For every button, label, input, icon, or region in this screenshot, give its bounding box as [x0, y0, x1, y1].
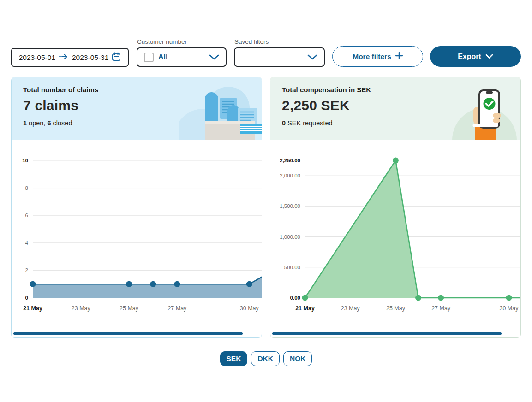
- saved-filters-label: Saved filters: [234, 38, 269, 45]
- svg-text:1,500.00: 1,500.00: [280, 203, 300, 209]
- svg-text:25 May: 25 May: [386, 305, 406, 312]
- svg-text:2: 2: [25, 267, 28, 273]
- svg-text:21 May: 21 May: [23, 305, 42, 312]
- chevron-down-icon: [307, 54, 317, 60]
- chevron-down-icon: [209, 54, 219, 60]
- svg-text:2,250.00: 2,250.00: [280, 158, 300, 163]
- customer-number-label: Customer number: [137, 38, 187, 45]
- svg-text:8: 8: [25, 185, 28, 191]
- export-label: Export: [458, 53, 481, 61]
- svg-text:1,000.00: 1,000.00: [280, 234, 300, 240]
- documents-illustration: [179, 77, 262, 140]
- currency-button-dkk[interactable]: DKK: [251, 351, 280, 366]
- compensation-headline: 2,250 SEK: [282, 98, 371, 113]
- horizontal-scrollbar[interactable]: [272, 332, 502, 335]
- compensation-subtitle: 0 SEK requested: [282, 119, 371, 127]
- svg-text:2,000.00: 2,000.00: [280, 173, 300, 178]
- claims-card-header: Total number of claims 7 claims 1 open, …: [12, 77, 262, 140]
- claims-card-title: Total number of claims: [23, 86, 98, 94]
- svg-text:27 May: 27 May: [431, 305, 451, 312]
- svg-text:500.00: 500.00: [284, 265, 300, 270]
- svg-text:6: 6: [25, 213, 28, 218]
- svg-text:30 May: 30 May: [240, 305, 259, 312]
- date-end-value: 2023-05-31: [72, 53, 108, 62]
- svg-text:23 May: 23 May: [341, 305, 360, 312]
- currency-toggle: SEK DKK NOK: [0, 351, 532, 366]
- chevron-down-icon: [485, 53, 493, 61]
- claims-headline: 7 claims: [23, 98, 98, 113]
- calendar-icon: [112, 52, 121, 63]
- date-range-input[interactable]: 2023-05-01 2023-05-31: [11, 48, 129, 67]
- svg-text:30 May: 30 May: [499, 305, 519, 312]
- claims-card: Total number of claims 7 claims 1 open, …: [11, 77, 262, 338]
- compensation-card-header: Total compensation in SEK 2,250 SEK 0 SE…: [270, 77, 520, 140]
- customer-number-value: All: [158, 53, 167, 61]
- compensation-card-title: Total compensation in SEK: [282, 86, 371, 94]
- more-filters-label: More filters: [353, 53, 391, 61]
- compensation-area-chart[interactable]: 0.00500.001,000.001,500.002,000.002,250.…: [270, 140, 521, 325]
- export-button[interactable]: Export: [430, 46, 521, 67]
- select-all-checkbox[interactable]: [144, 53, 154, 62]
- svg-text:25 May: 25 May: [120, 305, 139, 312]
- currency-button-sek[interactable]: SEK: [220, 351, 248, 366]
- claims-area-chart[interactable]: 024681021 May23 May25 May27 May30 May: [12, 140, 262, 325]
- compensation-card: Total compensation in SEK 2,250 SEK 0 SE…: [270, 77, 521, 338]
- svg-text:10: 10: [22, 158, 28, 163]
- arrow-right-icon: [59, 53, 69, 62]
- svg-text:23 May: 23 May: [72, 305, 91, 312]
- claims-subtitle: 1 open, 6 closed: [23, 119, 98, 127]
- plus-icon: [395, 52, 403, 61]
- svg-text:4: 4: [25, 240, 29, 246]
- svg-text:21 May: 21 May: [295, 305, 315, 312]
- svg-text:0.00: 0.00: [290, 295, 300, 301]
- phone-check-illustration: [450, 77, 520, 140]
- svg-text:0: 0: [25, 295, 28, 301]
- customer-number-select[interactable]: All: [137, 47, 227, 67]
- currency-button-nok[interactable]: NOK: [283, 351, 312, 366]
- horizontal-scrollbar[interactable]: [13, 332, 243, 335]
- more-filters-button[interactable]: More filters: [332, 46, 423, 67]
- dashboard-page: 2023-05-01 2023-05-31 Customer number Al…: [0, 0, 532, 402]
- saved-filters-select[interactable]: [234, 47, 325, 67]
- svg-text:27 May: 27 May: [167, 305, 187, 312]
- date-start-value: 2023-05-01: [19, 53, 55, 62]
